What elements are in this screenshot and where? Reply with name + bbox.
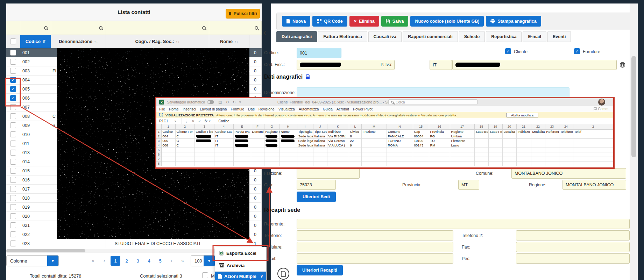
page-last-button[interactable]: » xyxy=(178,256,187,266)
tab-dati-anagrafici[interactable]: Dati anagrafici xyxy=(276,31,317,42)
tab-fattura-elettronica[interactable]: Fattura Elettronica xyxy=(318,31,367,42)
row-checkbox[interactable] xyxy=(10,141,16,146)
vertical-scrollbar[interactable] xyxy=(630,3,638,280)
ribbon-tab-dati[interactable]: Dati xyxy=(248,107,255,111)
row-checkbox[interactable] xyxy=(10,159,16,165)
menu-item-esporta-excel[interactable]: xEsporta Excel xyxy=(215,247,266,259)
row-checkbox[interactable] xyxy=(10,150,16,156)
enable-editing-button[interactable]: Abilita modifica xyxy=(506,113,538,117)
user-avatar[interactable] xyxy=(598,99,605,106)
column-header-cogn-rag-soc-[interactable]: Cogn. / Rag. Soc.:↑↓ xyxy=(106,35,209,48)
row-checkbox[interactable] xyxy=(10,50,16,56)
row-checkbox[interactable] xyxy=(10,59,16,65)
page-circle-icon[interactable] xyxy=(277,268,289,280)
page-button[interactable]: 4 xyxy=(144,256,154,266)
row-checkbox[interactable] xyxy=(10,240,16,246)
select-all-checkbox[interactable] xyxy=(10,38,16,44)
cancel-icon[interactable]: ✕ xyxy=(192,119,194,123)
search-cell-empty[interactable] xyxy=(6,21,20,35)
search-cell[interactable] xyxy=(20,21,51,35)
ribbon-tab-power-pivot[interactable]: Power Pivot xyxy=(353,107,373,111)
row-checkbox[interactable] xyxy=(10,131,16,137)
ribbon-tab-acrobat[interactable]: Acrobat xyxy=(337,107,349,111)
pec-input[interactable] xyxy=(516,253,630,264)
cliente-checkbox[interactable]: ✓ xyxy=(505,48,511,54)
row-checkbox[interactable] xyxy=(10,113,16,119)
telefono-input[interactable] xyxy=(297,230,453,240)
email-input[interactable] xyxy=(297,253,453,264)
referente-input[interactable] xyxy=(297,219,630,229)
fornitore-checkbox[interactable]: ✓ xyxy=(574,48,580,54)
comments-button[interactable]: Comm xyxy=(594,107,608,111)
contact-row[interactable]: ✓0050 xyxy=(6,85,262,94)
contact-row[interactable]: 0010 xyxy=(6,48,262,57)
page-button[interactable]: 5 xyxy=(155,256,165,266)
cellulare-input[interactable] xyxy=(297,242,453,252)
fax-input[interactable] xyxy=(516,242,630,252)
collapse-panel-chevron-icon[interactable]: ❮ xyxy=(263,30,267,35)
columns-select[interactable]: Colonne ▼ xyxy=(6,255,59,266)
provincia-input[interactable]: MT xyxy=(458,180,479,190)
autosave-toggle[interactable] xyxy=(207,100,214,104)
tab-causali-iva[interactable]: Causali iva xyxy=(368,31,402,42)
excel-search-box[interactable]: Cerca xyxy=(388,99,477,105)
row-checkbox[interactable] xyxy=(10,204,16,210)
p-iva-country-input[interactable]: IT xyxy=(430,60,452,70)
azioni-multiple-button[interactable]: Azioni Multiple ∨ xyxy=(215,272,266,280)
search-cell[interactable] xyxy=(106,21,209,35)
contact-row[interactable]: 0180 xyxy=(6,194,262,203)
column-header-codice[interactable]: Codice⇵ xyxy=(20,35,51,48)
row-checkbox[interactable] xyxy=(10,186,16,192)
ribbon-tab-revisione[interactable]: Revisione xyxy=(259,107,275,111)
enter-icon[interactable]: ✓ xyxy=(198,119,201,123)
row-checkbox[interactable] xyxy=(10,213,16,219)
contact-row[interactable]: ✓0040 xyxy=(6,76,262,85)
ribbon-tab-automatizza[interactable]: Automatizza xyxy=(299,107,319,111)
clear-filters-button[interactable]: Pulisci filtri xyxy=(226,9,260,19)
row-checkbox[interactable]: ✓ xyxy=(10,77,16,83)
ulteriori-sedi-button[interactable]: Ulteriori Sedi xyxy=(297,192,336,202)
contact-row[interactable]: 0170 xyxy=(6,185,262,194)
fx-icon[interactable]: fx xyxy=(205,119,207,123)
salva-button[interactable]: Salva xyxy=(381,16,409,27)
nuova-button[interactable]: Nuova xyxy=(282,16,310,27)
name-box[interactable]: R1C1∨ xyxy=(156,118,182,124)
codice-input[interactable]: 001 xyxy=(297,48,341,58)
contact-row[interactable]: 0160 xyxy=(6,175,262,185)
undo-icon[interactable]: ↺ xyxy=(226,100,229,104)
ribbon-tab-layout-di-pagina[interactable]: Layout di pagina xyxy=(200,107,227,111)
ribbon-tab-guida[interactable]: Guida xyxy=(323,107,333,111)
contact-row[interactable]: 0200 xyxy=(6,212,262,221)
globe-icon[interactable] xyxy=(620,62,625,68)
menu-item-archivia[interactable]: Archivia xyxy=(215,259,266,272)
contact-row[interactable]: 0210 xyxy=(6,221,262,230)
row-checkbox[interactable] xyxy=(10,195,16,201)
tab-reportistica[interactable]: Reportistica xyxy=(486,31,522,42)
nuovo-codice-solo-utente-gb--button[interactable]: Nuovo codice (solo Utente GB) xyxy=(410,16,484,27)
contact-row[interactable]: 0220 xyxy=(6,230,262,239)
tab-eventi[interactable]: Eventi xyxy=(547,31,571,42)
row-checkbox[interactable]: ✓ xyxy=(10,86,16,92)
contact-row[interactable]: 0190 xyxy=(6,203,262,212)
tab-schede[interactable]: Schede xyxy=(459,31,485,42)
qr-code-button[interactable]: QR Code xyxy=(312,16,347,27)
ribbon-tab-file[interactable]: File xyxy=(159,107,165,111)
row-checkbox[interactable] xyxy=(10,122,16,128)
ribbon-tab-visualizza[interactable]: Visualizza xyxy=(278,107,295,111)
column-header-nome[interactable]: Nome↑↓ xyxy=(209,35,249,48)
ulteriori-recapiti-button[interactable]: Ulteriori Recapiti xyxy=(297,265,343,275)
page-button[interactable]: 1 xyxy=(111,256,120,266)
contact-row[interactable]: 003Fi0 xyxy=(6,66,262,76)
ribbon-tab-home[interactable]: Home xyxy=(169,107,179,111)
redo-icon[interactable]: ↻ xyxy=(233,100,236,104)
row-checkbox[interactable] xyxy=(10,222,16,228)
cod-fisc-input[interactable] xyxy=(297,60,395,70)
page-button[interactable]: 2 xyxy=(122,256,132,266)
tab-e-mail[interactable]: E-mail xyxy=(523,31,546,42)
denominazione-input[interactable] xyxy=(297,87,569,98)
page-size-select[interactable]: 100 ▼ xyxy=(191,255,215,266)
column-header-denominazione[interactable]: Denominazione↑↓ xyxy=(51,35,106,48)
page-button[interactable]: 3 xyxy=(133,256,143,266)
frazione-input[interactable] xyxy=(297,168,360,179)
horizontal-scrollbar-thumb[interactable] xyxy=(6,249,85,252)
